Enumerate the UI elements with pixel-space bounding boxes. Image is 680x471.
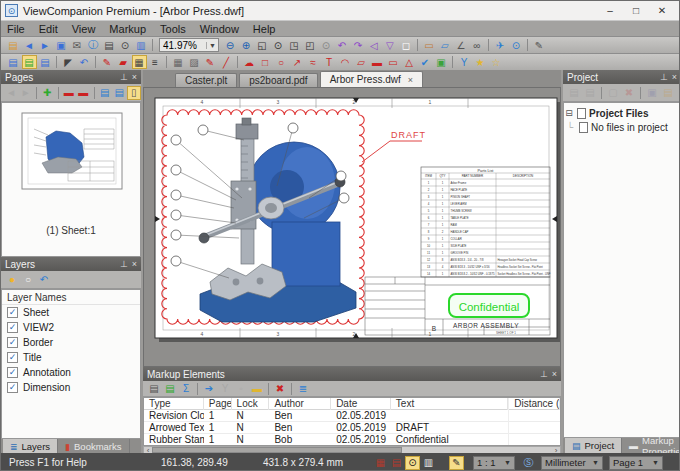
hatch-style-icon[interactable]: ▨: [187, 55, 202, 69]
insert-pages-icon[interactable]: ▤: [112, 86, 126, 100]
column-header[interactable]: Author: [269, 398, 331, 410]
close-panel-icon[interactable]: ×: [552, 369, 557, 379]
copy-page-icon[interactable]: ▯: [127, 86, 141, 100]
close-button[interactable]: ✕: [649, 3, 675, 19]
column-header[interactable]: Date: [331, 398, 391, 410]
markup-visibility-icon[interactable]: ▤: [22, 55, 37, 69]
project-files-node[interactable]: ⊟ Project Files: [564, 106, 680, 120]
select-icon[interactable]: ◤: [61, 55, 76, 69]
add-file-icon[interactable]: ▤: [567, 86, 582, 100]
column-header[interactable]: Lock: [232, 398, 270, 410]
zoom-level-input[interactable]: [160, 39, 206, 51]
units-select[interactable]: Millimeter▼: [541, 456, 603, 470]
print-preview-icon[interactable]: ⊙: [118, 38, 133, 52]
markup-layers-icon[interactable]: ≣: [296, 382, 311, 396]
add-page-icon[interactable]: ✚: [40, 86, 54, 100]
delete-markup-icon[interactable]: ✖: [273, 382, 288, 396]
remove-file-icon[interactable]: ✖: [622, 86, 637, 100]
birdseye-icon[interactable]: ▥: [421, 456, 436, 470]
cloud-markup-icon[interactable]: ☁: [242, 55, 257, 69]
document-tab-ps2board-pdf[interactable]: ps2board.pdf: [239, 73, 317, 87]
pan-window-icon[interactable]: ▦: [373, 456, 388, 470]
file-info-icon[interactable]: ⓘ: [86, 38, 101, 52]
collapse-icon[interactable]: ⊟: [564, 108, 574, 118]
bookmarks-tab[interactable]: ▮ Bookmarks: [58, 439, 129, 454]
close-panel-icon[interactable]: ×: [132, 72, 137, 82]
add-open-file-icon[interactable]: ▤: [583, 86, 598, 100]
oval-stamp-icon[interactable]: ▭: [386, 55, 401, 69]
favorite-markup-icon[interactable]: ☆: [489, 55, 504, 69]
confidential-stamp-markup[interactable]: Confidential: [449, 294, 529, 317]
pin-icon[interactable]: ⊥: [540, 369, 548, 379]
open-file-icon[interactable]: ▤: [6, 38, 21, 52]
open-previous-icon[interactable]: ◄: [22, 38, 37, 52]
zoom-window-icon[interactable]: ◱: [254, 38, 269, 52]
page-select[interactable]: Page 1▼: [609, 456, 663, 470]
pin-icon[interactable]: ⊥: [660, 72, 668, 82]
rotate-left-icon[interactable]: ↶: [334, 38, 349, 52]
all-layers-off-icon[interactable]: ○: [21, 273, 36, 287]
project-tab[interactable]: ▤ Project: [565, 438, 622, 453]
scale-select[interactable]: 1 : 1▼: [473, 456, 515, 470]
copy-icon[interactable]: ▥: [134, 38, 149, 52]
close-panel-icon[interactable]: ×: [132, 259, 137, 269]
flip-horizontal-icon[interactable]: ◁: [366, 38, 381, 52]
lock-markup-icon[interactable]: ◦: [234, 382, 249, 396]
image-markup-icon[interactable]: ▣: [434, 55, 449, 69]
sum-icon[interactable]: Σ: [179, 382, 194, 396]
page-thumbnail[interactable]: [2, 103, 140, 223]
arrowed-text-icon[interactable]: ↗: [290, 55, 305, 69]
note-icon[interactable]: ▬: [250, 382, 265, 396]
save-project-icon[interactable]: ▣: [645, 86, 660, 100]
grid-snap-icon[interactable]: ▦: [132, 55, 147, 69]
menu-view[interactable]: View: [72, 23, 96, 35]
highlighter-icon[interactable]: ▰: [116, 55, 131, 69]
goto-markup-icon[interactable]: ➔: [202, 382, 217, 396]
first-page-icon[interactable]: ◄: [5, 86, 19, 100]
layer-checkbox[interactable]: ✓: [7, 352, 18, 363]
table-style-icon[interactable]: ▦: [171, 55, 186, 69]
menu-markup[interactable]: Markup: [109, 23, 146, 35]
pin-icon[interactable]: ⊥: [120, 72, 128, 82]
open-next-icon[interactable]: ►: [38, 38, 53, 52]
stamp-icon[interactable]: ▬: [370, 55, 385, 69]
flip-vertical-icon[interactable]: ▽: [382, 38, 397, 52]
zoom-out-icon[interactable]: ⊖: [222, 38, 237, 52]
markup-row-arrowed-text[interactable]: Arrowed Text1NBen02.05.2019DRAFT: [144, 422, 560, 434]
rotate-right-icon[interactable]: ↷: [350, 38, 365, 52]
markup-review-icon[interactable]: ▤: [38, 55, 53, 69]
delete-all-pages-icon[interactable]: ▬: [76, 86, 90, 100]
menu-edit[interactable]: Edit: [39, 23, 58, 35]
undo-icon[interactable]: ↶: [77, 55, 92, 69]
search-icon[interactable]: ⊙: [508, 38, 523, 52]
layer-checkbox[interactable]: ✓: [7, 382, 18, 393]
markup-row-rubber-stamp[interactable]: Rubber Stamp1NBob02.05.2019Confidential: [144, 434, 560, 446]
layer-checkbox[interactable]: ✓: [7, 337, 18, 348]
import-markups-icon[interactable]: ▤: [163, 382, 178, 396]
column-header[interactable]: Text: [391, 398, 508, 410]
last-page-icon[interactable]: ►: [19, 86, 33, 100]
zoom-in-icon[interactable]: ⊕: [238, 38, 253, 52]
text-markup-icon[interactable]: T: [322, 55, 337, 69]
freehand-markup-icon[interactable]: ≈: [306, 55, 321, 69]
arc-markup-icon[interactable]: ◠: [338, 55, 353, 69]
menu-window[interactable]: Window: [200, 23, 239, 35]
magnifier-window-icon[interactable]: ▤: [389, 456, 404, 470]
delete-page-icon[interactable]: ▬: [62, 86, 76, 100]
document-tab-caster-plt[interactable]: Caster.plt: [175, 73, 237, 87]
edit-markup-icon[interactable]: ✔: [418, 55, 433, 69]
column-header[interactable]: Page: [204, 398, 232, 410]
polygon-markup-icon[interactable]: ▱: [354, 55, 369, 69]
snap-icon[interactable]: Ⓢ: [521, 456, 536, 470]
loupe-window-icon[interactable]: ⊙: [405, 456, 420, 470]
markup-properties-tab[interactable]: ▬ Markup Properties: [622, 438, 680, 453]
print-icon[interactable]: ▤: [102, 38, 117, 52]
pin-icon[interactable]: ⊥: [120, 259, 128, 269]
rectangle-markup-icon[interactable]: □: [258, 55, 273, 69]
zoom-level-combo[interactable]: ▼: [159, 38, 219, 52]
extract-pages-icon[interactable]: ▤: [98, 86, 112, 100]
chevron-down-icon[interactable]: ▼: [206, 42, 218, 49]
measure-angle-icon[interactable]: ∠: [453, 38, 468, 52]
menu-tools[interactable]: Tools: [160, 23, 186, 35]
minimize-button[interactable]: –: [597, 3, 623, 19]
